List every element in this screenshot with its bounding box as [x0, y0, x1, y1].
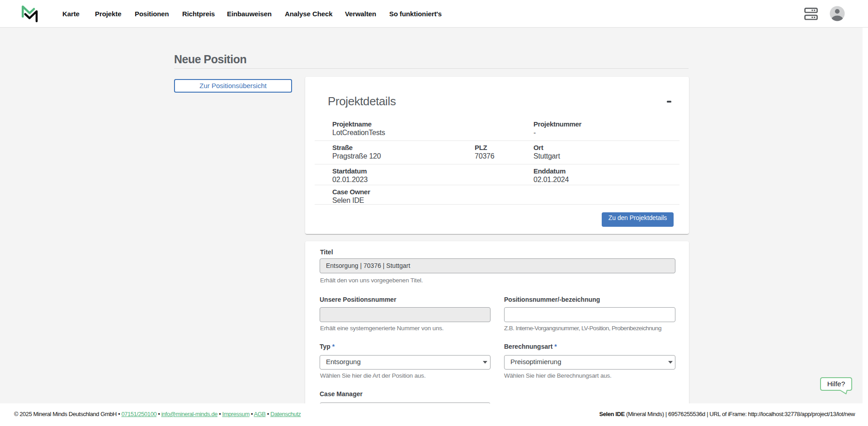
svg-text:Hilfe?: Hilfe? — [827, 380, 845, 388]
